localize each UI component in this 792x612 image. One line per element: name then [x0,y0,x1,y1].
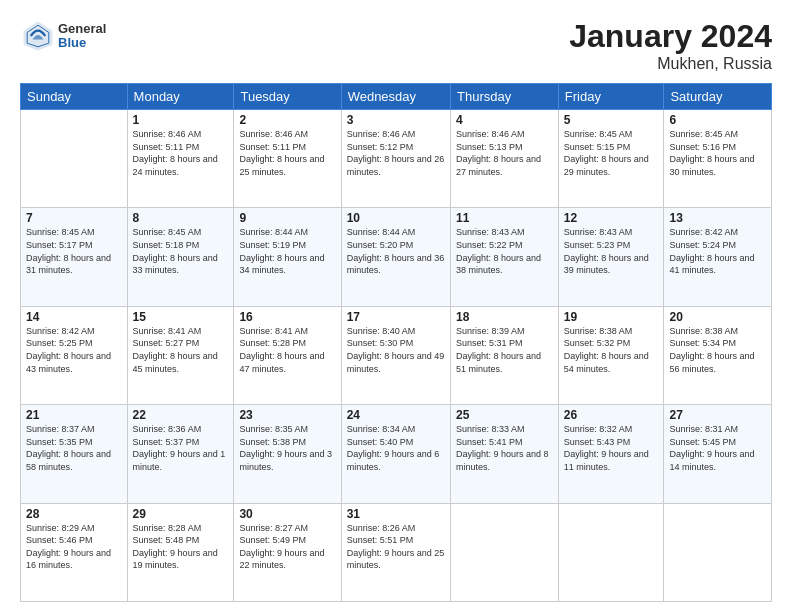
calendar-cell: 9Sunrise: 8:44 AMSunset: 5:19 PMDaylight… [234,208,341,306]
calendar-cell: 24Sunrise: 8:34 AMSunset: 5:40 PMDayligh… [341,405,450,503]
day-info: Sunrise: 8:37 AMSunset: 5:35 PMDaylight:… [26,423,122,473]
week-row-4: 21Sunrise: 8:37 AMSunset: 5:35 PMDayligh… [21,405,772,503]
day-info: Sunrise: 8:45 AMSunset: 5:17 PMDaylight:… [26,226,122,276]
day-number: 21 [26,408,122,422]
day-number: 4 [456,113,553,127]
day-number: 23 [239,408,335,422]
day-info: Sunrise: 8:43 AMSunset: 5:22 PMDaylight:… [456,226,553,276]
day-number: 28 [26,507,122,521]
day-info: Sunrise: 8:45 AMSunset: 5:16 PMDaylight:… [669,128,766,178]
day-number: 31 [347,507,445,521]
calendar-cell: 21Sunrise: 8:37 AMSunset: 5:35 PMDayligh… [21,405,128,503]
calendar-subtitle: Mukhen, Russia [569,55,772,73]
day-number: 22 [133,408,229,422]
calendar-cell: 28Sunrise: 8:29 AMSunset: 5:46 PMDayligh… [21,503,128,601]
day-number: 25 [456,408,553,422]
day-info: Sunrise: 8:29 AMSunset: 5:46 PMDaylight:… [26,522,122,572]
calendar-cell: 3Sunrise: 8:46 AMSunset: 5:12 PMDaylight… [341,110,450,208]
day-number: 3 [347,113,445,127]
calendar-cell: 4Sunrise: 8:46 AMSunset: 5:13 PMDaylight… [451,110,559,208]
day-number: 5 [564,113,659,127]
day-number: 6 [669,113,766,127]
day-info: Sunrise: 8:28 AMSunset: 5:48 PMDaylight:… [133,522,229,572]
day-number: 11 [456,211,553,225]
day-info: Sunrise: 8:42 AMSunset: 5:24 PMDaylight:… [669,226,766,276]
day-info: Sunrise: 8:34 AMSunset: 5:40 PMDaylight:… [347,423,445,473]
day-info: Sunrise: 8:44 AMSunset: 5:19 PMDaylight:… [239,226,335,276]
calendar-title: January 2024 [569,18,772,55]
day-info: Sunrise: 8:31 AMSunset: 5:45 PMDaylight:… [669,423,766,473]
calendar-cell: 29Sunrise: 8:28 AMSunset: 5:48 PMDayligh… [127,503,234,601]
logo-general: General [58,22,106,36]
calendar-cell: 11Sunrise: 8:43 AMSunset: 5:22 PMDayligh… [451,208,559,306]
calendar-cell: 17Sunrise: 8:40 AMSunset: 5:30 PMDayligh… [341,306,450,404]
calendar-table: SundayMondayTuesdayWednesdayThursdayFrid… [20,83,772,602]
day-info: Sunrise: 8:41 AMSunset: 5:27 PMDaylight:… [133,325,229,375]
day-number: 24 [347,408,445,422]
calendar-cell: 18Sunrise: 8:39 AMSunset: 5:31 PMDayligh… [451,306,559,404]
logo: General Blue [20,18,106,54]
calendar-cell: 6Sunrise: 8:45 AMSunset: 5:16 PMDaylight… [664,110,772,208]
day-number: 14 [26,310,122,324]
day-info: Sunrise: 8:33 AMSunset: 5:41 PMDaylight:… [456,423,553,473]
day-info: Sunrise: 8:45 AMSunset: 5:15 PMDaylight:… [564,128,659,178]
day-info: Sunrise: 8:46 AMSunset: 5:13 PMDaylight:… [456,128,553,178]
day-number: 2 [239,113,335,127]
day-info: Sunrise: 8:32 AMSunset: 5:43 PMDaylight:… [564,423,659,473]
calendar-cell [664,503,772,601]
day-number: 10 [347,211,445,225]
day-number: 9 [239,211,335,225]
day-number: 18 [456,310,553,324]
calendar-cell: 26Sunrise: 8:32 AMSunset: 5:43 PMDayligh… [558,405,664,503]
calendar-cell: 30Sunrise: 8:27 AMSunset: 5:49 PMDayligh… [234,503,341,601]
day-number: 1 [133,113,229,127]
weekday-header-tuesday: Tuesday [234,84,341,110]
calendar-cell [21,110,128,208]
week-row-3: 14Sunrise: 8:42 AMSunset: 5:25 PMDayligh… [21,306,772,404]
calendar-cell: 23Sunrise: 8:35 AMSunset: 5:38 PMDayligh… [234,405,341,503]
header: General Blue January 2024 Mukhen, Russia [20,18,772,73]
day-info: Sunrise: 8:44 AMSunset: 5:20 PMDaylight:… [347,226,445,276]
calendar-cell: 16Sunrise: 8:41 AMSunset: 5:28 PMDayligh… [234,306,341,404]
day-number: 16 [239,310,335,324]
page: General Blue January 2024 Mukhen, Russia… [0,0,792,612]
day-info: Sunrise: 8:38 AMSunset: 5:34 PMDaylight:… [669,325,766,375]
day-info: Sunrise: 8:46 AMSunset: 5:11 PMDaylight:… [239,128,335,178]
day-number: 8 [133,211,229,225]
calendar-cell: 15Sunrise: 8:41 AMSunset: 5:27 PMDayligh… [127,306,234,404]
day-number: 17 [347,310,445,324]
day-info: Sunrise: 8:35 AMSunset: 5:38 PMDaylight:… [239,423,335,473]
week-row-1: 1Sunrise: 8:46 AMSunset: 5:11 PMDaylight… [21,110,772,208]
weekday-header-wednesday: Wednesday [341,84,450,110]
day-info: Sunrise: 8:38 AMSunset: 5:32 PMDaylight:… [564,325,659,375]
day-number: 30 [239,507,335,521]
weekday-header-sunday: Sunday [21,84,128,110]
day-info: Sunrise: 8:39 AMSunset: 5:31 PMDaylight:… [456,325,553,375]
day-info: Sunrise: 8:40 AMSunset: 5:30 PMDaylight:… [347,325,445,375]
day-info: Sunrise: 8:46 AMSunset: 5:12 PMDaylight:… [347,128,445,178]
day-number: 27 [669,408,766,422]
day-number: 26 [564,408,659,422]
calendar-cell: 13Sunrise: 8:42 AMSunset: 5:24 PMDayligh… [664,208,772,306]
calendar-cell: 20Sunrise: 8:38 AMSunset: 5:34 PMDayligh… [664,306,772,404]
day-info: Sunrise: 8:36 AMSunset: 5:37 PMDaylight:… [133,423,229,473]
day-info: Sunrise: 8:41 AMSunset: 5:28 PMDaylight:… [239,325,335,375]
calendar-cell: 19Sunrise: 8:38 AMSunset: 5:32 PMDayligh… [558,306,664,404]
day-info: Sunrise: 8:45 AMSunset: 5:18 PMDaylight:… [133,226,229,276]
day-info: Sunrise: 8:43 AMSunset: 5:23 PMDaylight:… [564,226,659,276]
day-number: 7 [26,211,122,225]
weekday-header-row: SundayMondayTuesdayWednesdayThursdayFrid… [21,84,772,110]
week-row-5: 28Sunrise: 8:29 AMSunset: 5:46 PMDayligh… [21,503,772,601]
weekday-header-thursday: Thursday [451,84,559,110]
weekday-header-saturday: Saturday [664,84,772,110]
weekday-header-monday: Monday [127,84,234,110]
logo-icon [20,18,56,54]
day-number: 29 [133,507,229,521]
calendar-cell [451,503,559,601]
logo-text: General Blue [58,22,106,51]
calendar-cell [558,503,664,601]
day-number: 12 [564,211,659,225]
calendar-cell: 22Sunrise: 8:36 AMSunset: 5:37 PMDayligh… [127,405,234,503]
calendar-cell: 25Sunrise: 8:33 AMSunset: 5:41 PMDayligh… [451,405,559,503]
week-row-2: 7Sunrise: 8:45 AMSunset: 5:17 PMDaylight… [21,208,772,306]
